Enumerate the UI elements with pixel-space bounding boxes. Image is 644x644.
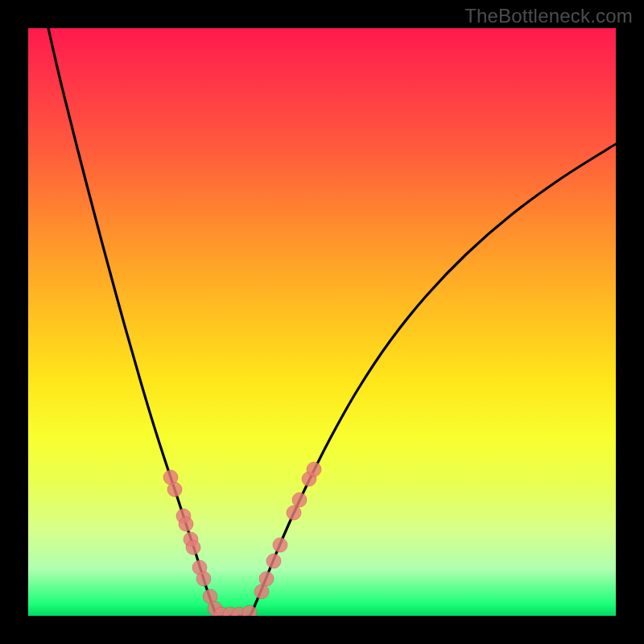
- data-point: [167, 482, 182, 497]
- chart-svg: [28, 28, 616, 616]
- data-point: [307, 462, 321, 477]
- data-point: [287, 506, 301, 520]
- chart-frame: TheBottleneck.com: [0, 0, 644, 644]
- data-point: [179, 517, 193, 531]
- plot-area: [28, 28, 616, 616]
- data-point: [186, 540, 200, 555]
- data-point: [259, 572, 274, 586]
- data-point: [254, 584, 269, 599]
- data-point: [292, 493, 307, 507]
- watermark-text: TheBottleneck.com: [464, 5, 633, 27]
- data-point: [266, 554, 281, 568]
- data-point: [273, 538, 287, 552]
- data-markers: [163, 462, 321, 616]
- data-point: [196, 572, 211, 586]
- bottleneck-curve: [48, 28, 616, 616]
